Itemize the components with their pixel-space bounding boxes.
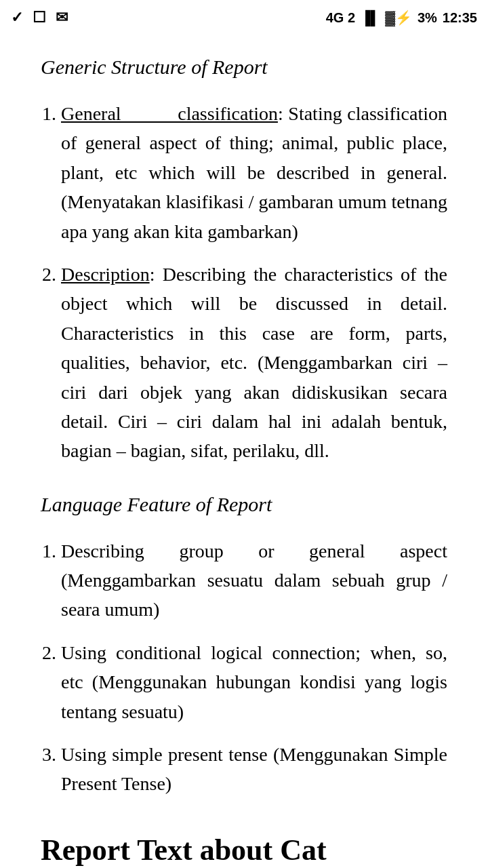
- item2-label: Description: [61, 264, 150, 285]
- status-bar: ✓ ☐ ✉ 4G 2 ▐▌ ▓⚡ 3% 12:35: [0, 0, 488, 35]
- report-main-title: Report Text about Cat: [41, 833, 447, 867]
- list-item: Using simple present tense (Menggunakan …: [61, 740, 447, 799]
- language-feature-list: Describing group or general aspect (Meng…: [41, 536, 447, 799]
- time-display: 12:35: [443, 10, 477, 26]
- checkmark-icon: ✓: [11, 9, 23, 26]
- list-item: Describing group or general aspect (Meng…: [61, 536, 447, 625]
- generic-structure-title: Generic Structure of Report: [41, 56, 447, 79]
- status-right: 4G 2 ▐▌ ▓⚡ 3% 12:35: [326, 9, 477, 26]
- item1-colon: :: [278, 103, 283, 124]
- list-item: General classification: Stating classifi…: [61, 99, 447, 246]
- main-content: Generic Structure of Report General clas…: [0, 35, 488, 868]
- generic-structure-section: Generic Structure of Report General clas…: [41, 56, 447, 466]
- generic-structure-list: General classification: Stating classifi…: [41, 99, 447, 466]
- language-feature-section: Language Feature of Report Describing gr…: [41, 493, 447, 799]
- network-label: 4G 2: [326, 10, 355, 26]
- list-item: Description: Describing the characterist…: [61, 260, 447, 466]
- signal-icon: ▐▌: [361, 10, 380, 26]
- tablet-icon: ☐: [33, 9, 46, 26]
- item1-label: General classification: [61, 103, 278, 124]
- lang-item3: Using simple present tense (Menggunakan …: [61, 744, 447, 794]
- battery-percent: 3%: [418, 10, 437, 26]
- status-left: ✓ ☐ ✉: [11, 9, 68, 26]
- item2-body: Describing the characteristics of the ob…: [61, 264, 447, 461]
- email-icon: ✉: [56, 9, 68, 26]
- lang-item1: Describing group or general aspect (Meng…: [61, 540, 447, 620]
- language-feature-title: Language Feature of Report: [41, 493, 447, 516]
- lang-item2: Using conditional logical connection; wh…: [61, 642, 447, 722]
- battery-icon: ▓⚡: [385, 9, 412, 26]
- report-title-section: Report Text about Cat Cats: [41, 833, 447, 868]
- list-item: Using conditional logical connection; wh…: [61, 638, 447, 726]
